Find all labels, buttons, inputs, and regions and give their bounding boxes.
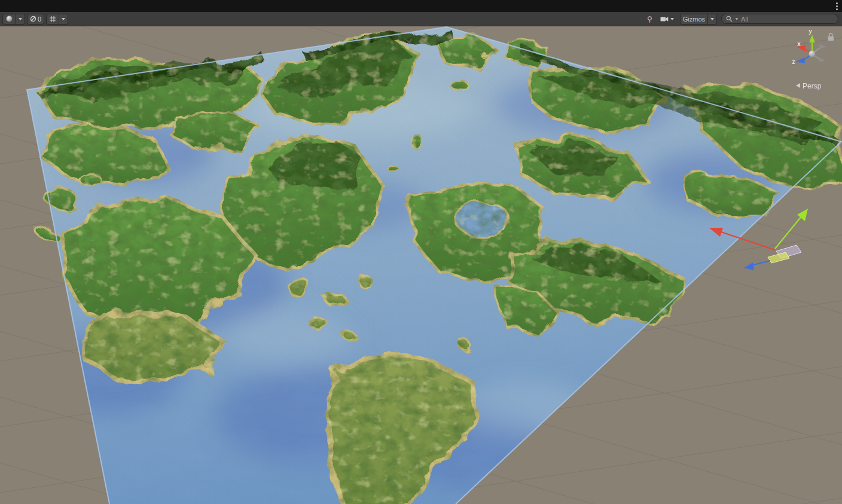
chevron-down-icon bbox=[670, 18, 674, 20]
axis-z-label: z bbox=[792, 59, 795, 65]
search-icon bbox=[726, 16, 733, 22]
chevron-down-icon[interactable] bbox=[16, 14, 25, 24]
axis-y-label: y bbox=[809, 28, 812, 35]
gizmos-dropdown[interactable]: Gizmos bbox=[680, 14, 717, 25]
scene-visibility-toggle[interactable]: 0 bbox=[27, 14, 44, 25]
scene-render: y x z Persp bbox=[0, 26, 842, 504]
axis-gizmo-center[interactable] bbox=[809, 51, 816, 57]
shading-mode-dropdown[interactable] bbox=[2, 14, 25, 25]
grid-settings-dropdown[interactable] bbox=[46, 14, 68, 25]
crossed-tools-button[interactable]: ⚲ bbox=[645, 14, 654, 25]
scene-view[interactable]: y x z Persp bbox=[0, 26, 842, 504]
axis-x-label: x bbox=[797, 41, 801, 47]
search-filter-label: All bbox=[741, 16, 748, 23]
grid-icon bbox=[47, 14, 59, 24]
shading-mode-icon bbox=[3, 14, 16, 24]
crossed-tools-icon: ⚲ bbox=[647, 16, 652, 23]
camera-icon bbox=[660, 16, 669, 22]
chevron-down-icon[interactable] bbox=[707, 14, 716, 24]
chevron-down-icon[interactable] bbox=[59, 14, 68, 24]
hidden-objects-count: 0 bbox=[36, 16, 41, 23]
kebab-menu-icon[interactable] bbox=[836, 2, 838, 10]
window-menu-strip bbox=[0, 0, 842, 12]
search-filter-chevron-icon[interactable] bbox=[736, 18, 739, 20]
gizmos-label: Gizmos bbox=[681, 14, 707, 24]
projection-label: Persp bbox=[803, 82, 822, 90]
scene-camera-dropdown[interactable] bbox=[658, 14, 676, 25]
visibility-off-icon bbox=[30, 16, 36, 22]
scene-search-input[interactable]: All bbox=[721, 14, 838, 24]
scene-toolbar: 0 ⚲ Gizmos bbox=[0, 12, 842, 26]
